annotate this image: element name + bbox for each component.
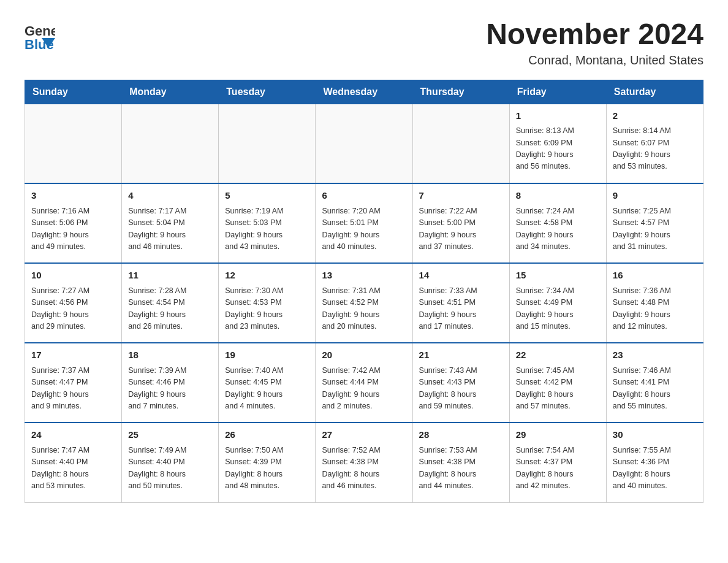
weekday-header-sunday: Sunday bbox=[25, 80, 122, 104]
day-info: Sunrise: 7:36 AMSunset: 4:48 PMDaylight:… bbox=[613, 285, 697, 333]
calendar-week-row: 1Sunrise: 8:13 AMSunset: 6:09 PMDaylight… bbox=[25, 104, 703, 183]
calendar-cell bbox=[316, 104, 412, 183]
day-number: 12 bbox=[225, 269, 309, 283]
day-number: 26 bbox=[225, 428, 309, 442]
calendar-cell: 13Sunrise: 7:31 AMSunset: 4:52 PMDayligh… bbox=[316, 263, 412, 343]
day-info: Sunrise: 7:42 AMSunset: 4:44 PMDaylight:… bbox=[322, 365, 406, 413]
calendar-cell: 4Sunrise: 7:17 AMSunset: 5:04 PMDaylight… bbox=[122, 183, 219, 263]
day-number: 30 bbox=[613, 428, 697, 442]
day-number: 28 bbox=[419, 428, 503, 442]
weekday-header-monday: Monday bbox=[122, 80, 219, 104]
day-info: Sunrise: 7:52 AMSunset: 4:38 PMDaylight:… bbox=[322, 445, 406, 492]
day-number: 18 bbox=[128, 348, 212, 362]
logo: General Blue bbox=[25, 18, 55, 55]
calendar-week-row: 24Sunrise: 7:47 AMSunset: 4:40 PMDayligh… bbox=[25, 423, 703, 502]
day-number: 4 bbox=[128, 189, 212, 203]
day-info: Sunrise: 7:25 AMSunset: 4:57 PMDaylight:… bbox=[613, 205, 697, 253]
day-info: Sunrise: 7:39 AMSunset: 4:46 PMDaylight:… bbox=[128, 365, 212, 413]
day-number: 17 bbox=[31, 348, 115, 362]
day-info: Sunrise: 7:54 AMSunset: 4:37 PMDaylight:… bbox=[516, 445, 600, 492]
calendar-cell: 22Sunrise: 7:45 AMSunset: 4:42 PMDayligh… bbox=[509, 343, 606, 423]
weekday-header-friday: Friday bbox=[509, 80, 606, 104]
header: General Blue November 2024 Conrad, Monta… bbox=[25, 18, 703, 67]
calendar-cell bbox=[219, 104, 316, 183]
weekday-header-saturday: Saturday bbox=[606, 80, 703, 104]
day-info: Sunrise: 7:28 AMSunset: 4:54 PMDaylight:… bbox=[128, 285, 212, 333]
day-info: Sunrise: 7:19 AMSunset: 5:03 PMDaylight:… bbox=[225, 205, 309, 253]
calendar-cell: 27Sunrise: 7:52 AMSunset: 4:38 PMDayligh… bbox=[316, 423, 412, 502]
calendar-cell: 15Sunrise: 7:34 AMSunset: 4:49 PMDayligh… bbox=[509, 263, 606, 343]
day-info: Sunrise: 7:34 AMSunset: 4:49 PMDaylight:… bbox=[516, 285, 600, 333]
calendar: SundayMondayTuesdayWednesdayThursdayFrid… bbox=[25, 80, 703, 503]
day-number: 21 bbox=[419, 348, 503, 362]
day-number: 8 bbox=[516, 189, 600, 203]
calendar-cell: 14Sunrise: 7:33 AMSunset: 4:51 PMDayligh… bbox=[412, 263, 509, 343]
day-info: Sunrise: 7:45 AMSunset: 4:42 PMDaylight:… bbox=[516, 365, 600, 413]
day-number: 6 bbox=[322, 189, 406, 203]
calendar-cell: 2Sunrise: 8:14 AMSunset: 6:07 PMDaylight… bbox=[606, 104, 703, 183]
day-number: 9 bbox=[613, 189, 697, 203]
calendar-cell: 26Sunrise: 7:50 AMSunset: 4:39 PMDayligh… bbox=[219, 423, 316, 502]
calendar-cell: 5Sunrise: 7:19 AMSunset: 5:03 PMDaylight… bbox=[219, 183, 316, 263]
day-info: Sunrise: 7:31 AMSunset: 4:52 PMDaylight:… bbox=[322, 285, 406, 333]
day-info: Sunrise: 7:27 AMSunset: 4:56 PMDaylight:… bbox=[31, 285, 115, 333]
calendar-week-row: 3Sunrise: 7:16 AMSunset: 5:06 PMDaylight… bbox=[25, 183, 703, 263]
day-info: Sunrise: 7:46 AMSunset: 4:41 PMDaylight:… bbox=[613, 365, 697, 413]
calendar-cell: 6Sunrise: 7:20 AMSunset: 5:01 PMDaylight… bbox=[316, 183, 412, 263]
month-title: November 2024 bbox=[486, 18, 703, 51]
calendar-cell: 29Sunrise: 7:54 AMSunset: 4:37 PMDayligh… bbox=[509, 423, 606, 502]
calendar-cell: 21Sunrise: 7:43 AMSunset: 4:43 PMDayligh… bbox=[412, 343, 509, 423]
day-number: 5 bbox=[225, 189, 309, 203]
day-number: 20 bbox=[322, 348, 406, 362]
weekday-header-thursday: Thursday bbox=[412, 80, 509, 104]
day-info: Sunrise: 7:24 AMSunset: 4:58 PMDaylight:… bbox=[516, 205, 600, 253]
calendar-cell: 24Sunrise: 7:47 AMSunset: 4:40 PMDayligh… bbox=[25, 423, 122, 502]
day-number: 2 bbox=[613, 109, 697, 123]
weekday-header-tuesday: Tuesday bbox=[219, 80, 316, 104]
calendar-cell: 8Sunrise: 7:24 AMSunset: 4:58 PMDaylight… bbox=[509, 183, 606, 263]
weekday-header-wednesday: Wednesday bbox=[316, 80, 412, 104]
calendar-cell: 10Sunrise: 7:27 AMSunset: 4:56 PMDayligh… bbox=[25, 263, 122, 343]
calendar-cell: 30Sunrise: 7:55 AMSunset: 4:36 PMDayligh… bbox=[606, 423, 703, 502]
day-info: Sunrise: 7:49 AMSunset: 4:40 PMDaylight:… bbox=[128, 445, 212, 492]
calendar-cell: 25Sunrise: 7:49 AMSunset: 4:40 PMDayligh… bbox=[122, 423, 219, 502]
day-number: 11 bbox=[128, 269, 212, 283]
day-info: Sunrise: 7:50 AMSunset: 4:39 PMDaylight:… bbox=[225, 445, 309, 492]
calendar-cell: 9Sunrise: 7:25 AMSunset: 4:57 PMDaylight… bbox=[606, 183, 703, 263]
day-number: 1 bbox=[516, 109, 600, 123]
day-info: Sunrise: 8:13 AMSunset: 6:09 PMDaylight:… bbox=[516, 125, 600, 173]
day-info: Sunrise: 7:40 AMSunset: 4:45 PMDaylight:… bbox=[225, 365, 309, 413]
calendar-cell: 18Sunrise: 7:39 AMSunset: 4:46 PMDayligh… bbox=[122, 343, 219, 423]
day-number: 24 bbox=[31, 428, 115, 442]
calendar-cell: 7Sunrise: 7:22 AMSunset: 5:00 PMDaylight… bbox=[412, 183, 509, 263]
calendar-week-row: 10Sunrise: 7:27 AMSunset: 4:56 PMDayligh… bbox=[25, 263, 703, 343]
calendar-cell bbox=[25, 104, 122, 183]
day-info: Sunrise: 7:33 AMSunset: 4:51 PMDaylight:… bbox=[419, 285, 503, 333]
day-number: 25 bbox=[128, 428, 212, 442]
day-info: Sunrise: 7:37 AMSunset: 4:47 PMDaylight:… bbox=[31, 365, 115, 413]
day-number: 29 bbox=[516, 428, 600, 442]
day-info: Sunrise: 7:16 AMSunset: 5:06 PMDaylight:… bbox=[31, 205, 115, 253]
day-info: Sunrise: 7:22 AMSunset: 5:00 PMDaylight:… bbox=[419, 205, 503, 253]
day-number: 22 bbox=[516, 348, 600, 362]
calendar-cell: 20Sunrise: 7:42 AMSunset: 4:44 PMDayligh… bbox=[316, 343, 412, 423]
calendar-cell: 12Sunrise: 7:30 AMSunset: 4:53 PMDayligh… bbox=[219, 263, 316, 343]
svg-text:Blue: Blue bbox=[25, 37, 54, 52]
calendar-cell: 23Sunrise: 7:46 AMSunset: 4:41 PMDayligh… bbox=[606, 343, 703, 423]
logo-graphic: General Blue bbox=[25, 18, 55, 55]
calendar-cell bbox=[412, 104, 509, 183]
day-number: 14 bbox=[419, 269, 503, 283]
calendar-cell: 19Sunrise: 7:40 AMSunset: 4:45 PMDayligh… bbox=[219, 343, 316, 423]
title-area: November 2024 Conrad, Montana, United St… bbox=[486, 18, 703, 67]
day-info: Sunrise: 7:17 AMSunset: 5:04 PMDaylight:… bbox=[128, 205, 212, 253]
day-number: 27 bbox=[322, 428, 406, 442]
day-number: 13 bbox=[322, 269, 406, 283]
day-number: 15 bbox=[516, 269, 600, 283]
calendar-cell: 3Sunrise: 7:16 AMSunset: 5:06 PMDaylight… bbox=[25, 183, 122, 263]
calendar-cell: 17Sunrise: 7:37 AMSunset: 4:47 PMDayligh… bbox=[25, 343, 122, 423]
calendar-week-row: 17Sunrise: 7:37 AMSunset: 4:47 PMDayligh… bbox=[25, 343, 703, 423]
day-number: 19 bbox=[225, 348, 309, 362]
calendar-cell: 28Sunrise: 7:53 AMSunset: 4:38 PMDayligh… bbox=[412, 423, 509, 502]
day-info: Sunrise: 7:47 AMSunset: 4:40 PMDaylight:… bbox=[31, 445, 115, 492]
day-info: Sunrise: 7:20 AMSunset: 5:01 PMDaylight:… bbox=[322, 205, 406, 253]
